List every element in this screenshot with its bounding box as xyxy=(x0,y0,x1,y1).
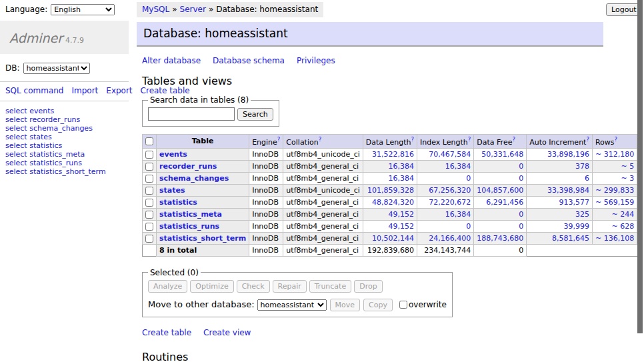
table-link-statistics-runs[interactable]: statistics_runs xyxy=(159,222,219,231)
index-length-value[interactable]: 70,467,584 xyxy=(429,150,471,159)
data-free-value[interactable]: 104,857,600 xyxy=(477,186,523,195)
rows-value[interactable]: ~ 628 xyxy=(611,222,634,231)
index-length-value[interactable]: 24,166,400 xyxy=(429,234,471,243)
rows-value[interactable]: ~ 299,833 xyxy=(595,186,634,195)
data-free-value[interactable]: 0 xyxy=(519,222,523,231)
data-length-value[interactable]: 16,384 xyxy=(389,162,415,171)
index-length-value[interactable]: 16,384 xyxy=(445,210,471,219)
table-link-events[interactable]: events xyxy=(159,150,187,159)
data-length-value[interactable]: 16,384 xyxy=(389,174,415,183)
row-checkbox[interactable] xyxy=(145,199,153,207)
copy-button[interactable]: Copy xyxy=(363,299,393,311)
db-select[interactable]: homeassistant xyxy=(23,63,90,74)
auto-increment-value[interactable]: 33,898,196 xyxy=(547,150,589,159)
help-icon[interactable]: ? xyxy=(512,136,515,143)
data-free-value[interactable]: 50,331,648 xyxy=(481,150,523,159)
rows-value[interactable]: ~ 244 xyxy=(611,210,634,219)
data-length-value[interactable]: 10,502,144 xyxy=(372,234,414,243)
table-link-statistics-short-term[interactable]: statistics_short_term xyxy=(159,234,246,243)
overwrite-checkbox[interactable] xyxy=(399,301,407,309)
auto-increment-value[interactable]: 6 xyxy=(585,174,589,183)
sidebar-action-export[interactable]: Export xyxy=(106,86,132,95)
rows-value[interactable]: ~ 3 xyxy=(621,174,634,183)
rows-value[interactable]: ~ 5 xyxy=(621,162,634,171)
data-length-value[interactable]: 48,824,320 xyxy=(372,198,414,207)
sidebar-action-sql-command[interactable]: SQL command xyxy=(5,86,63,95)
index-length-value[interactable]: 72,220,672 xyxy=(429,198,471,207)
optimize-button[interactable]: Optimize xyxy=(190,280,233,293)
search-input[interactable] xyxy=(148,107,235,121)
index-length-value[interactable]: 67,256,320 xyxy=(429,186,471,195)
drop-button[interactable]: Drop xyxy=(354,280,382,293)
help-icon[interactable]: ? xyxy=(468,136,471,143)
data-length-value[interactable]: 31,522,816 xyxy=(372,150,414,159)
data-free-value[interactable]: 0 xyxy=(519,162,523,171)
row-checkbox[interactable] xyxy=(145,235,153,243)
row-checkbox[interactable] xyxy=(145,211,153,219)
auto-increment-value[interactable]: 378 xyxy=(575,162,589,171)
auto-increment-value[interactable]: 39,999 xyxy=(563,222,589,231)
link-privileges[interactable]: Privileges xyxy=(297,56,335,65)
sidebar-item-select-statistics-meta[interactable]: select statistics_meta xyxy=(5,151,123,159)
data-length-value[interactable]: 49,152 xyxy=(389,210,415,219)
data-free-value[interactable]: 188,743,680 xyxy=(477,234,523,243)
sidebar-item-select-states[interactable]: select states xyxy=(5,133,123,141)
rows-value[interactable]: ~ 312,180 xyxy=(595,150,634,159)
sidebar-item-select-recorder-runs[interactable]: select recorder_runs xyxy=(5,116,123,124)
index-length-value[interactable]: 0 xyxy=(466,222,471,231)
table-link-schema-changes[interactable]: schema_changes xyxy=(159,174,229,183)
sidebar-item-select-events[interactable]: select events xyxy=(5,107,123,115)
truncate-button[interactable]: Truncate xyxy=(309,280,351,293)
data-free-value[interactable]: 0 xyxy=(519,174,523,183)
link-database-schema[interactable]: Database schema xyxy=(213,56,285,65)
help-icon[interactable]: ? xyxy=(319,136,322,143)
row-checkbox[interactable] xyxy=(145,163,153,171)
breadcrumb-link-server[interactable]: Server xyxy=(180,5,206,14)
scrollbar-thumb[interactable] xyxy=(637,0,643,333)
data-free-value[interactable]: 0 xyxy=(519,210,523,219)
sidebar-action-import[interactable]: Import xyxy=(71,86,98,95)
auto-increment-value[interactable]: 33,398,984 xyxy=(547,186,589,195)
sidebar-item-select-statistics-short-term[interactable]: select statistics_short_term xyxy=(5,168,123,176)
language-select[interactable]: English xyxy=(51,4,115,15)
row-checkbox[interactable] xyxy=(145,175,153,183)
data-free-value[interactable]: 6,291,456 xyxy=(486,198,523,207)
link-alter-database[interactable]: Alter database xyxy=(142,56,201,65)
select-all-checkbox[interactable] xyxy=(145,137,153,145)
auto-increment-value[interactable]: 325 xyxy=(575,210,589,219)
vertical-scrollbar[interactable] xyxy=(637,0,644,362)
sidebar-item-select-statistics-runs[interactable]: select statistics_runs xyxy=(5,159,123,167)
check-button[interactable]: Check xyxy=(237,280,270,293)
table-link-statistics[interactable]: statistics xyxy=(159,198,197,207)
table-link-statistics-meta[interactable]: statistics_meta xyxy=(159,210,222,219)
repair-button[interactable]: Repair xyxy=(273,280,307,293)
search-button[interactable]: Search xyxy=(237,108,273,121)
move-database-select[interactable]: homeassistant xyxy=(257,299,327,311)
rows-value[interactable]: ~ 136,108 xyxy=(595,234,634,243)
rows-value[interactable]: ~ 569,159 xyxy=(595,198,634,207)
auto-increment-value[interactable]: 8,581,645 xyxy=(552,234,589,243)
help-icon[interactable]: ? xyxy=(411,136,415,143)
analyze-button[interactable]: Analyze xyxy=(148,280,187,293)
row-checkbox[interactable] xyxy=(145,151,153,159)
breadcrumb-link-mysql[interactable]: MySQL xyxy=(142,5,169,14)
sidebar-item-select-statistics[interactable]: select statistics xyxy=(5,142,123,150)
auto-increment-value[interactable]: 913,577 xyxy=(559,198,589,207)
data-free-cell: 0 xyxy=(474,208,527,220)
logout-button[interactable]: Logout xyxy=(606,3,642,16)
help-icon[interactable]: ? xyxy=(586,136,589,143)
row-checkbox[interactable] xyxy=(145,187,153,195)
data-length-value[interactable]: 101,859,328 xyxy=(367,186,414,195)
index-length-value[interactable]: 0 xyxy=(466,174,471,183)
help-icon[interactable]: ? xyxy=(615,136,618,143)
link-create-table[interactable]: Create table xyxy=(142,328,191,337)
link-create-view[interactable]: Create view xyxy=(203,328,251,337)
table-link-recorder-runs[interactable]: recorder_runs xyxy=(159,162,217,171)
sidebar-item-select-schema-changes[interactable]: select schema_changes xyxy=(5,125,123,133)
help-icon[interactable]: ? xyxy=(277,136,281,143)
row-checkbox[interactable] xyxy=(145,223,153,231)
table-link-states[interactable]: states xyxy=(159,186,185,195)
data-length-value[interactable]: 49,152 xyxy=(389,222,415,231)
move-button[interactable]: Move xyxy=(330,299,361,311)
index-length-value[interactable]: 16,384 xyxy=(445,162,471,171)
